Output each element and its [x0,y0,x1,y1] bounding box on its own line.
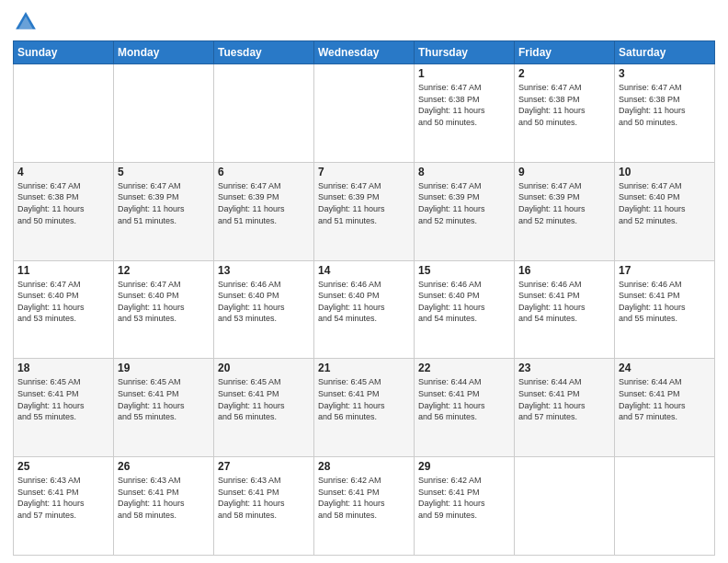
calendar-cell: 20Sunrise: 6:45 AM Sunset: 6:41 PM Dayli… [214,359,314,457]
header [13,9,715,35]
calendar-cell: 5Sunrise: 6:47 AM Sunset: 6:39 PM Daylig… [114,162,214,260]
day-number: 3 [619,67,711,80]
weekday-header-sunday: Sunday [14,41,114,64]
day-number: 6 [218,166,310,178]
day-info: Sunrise: 6:47 AM Sunset: 6:39 PM Dayligh… [118,180,210,226]
day-number: 19 [118,362,210,374]
day-number: 14 [318,264,410,277]
calendar-cell [114,64,214,163]
day-info: Sunrise: 6:47 AM Sunset: 6:40 PM Dayligh… [619,180,711,226]
calendar-cell: 7Sunrise: 6:47 AM Sunset: 6:39 PM Daylig… [314,162,415,260]
calendar-cell: 29Sunrise: 6:42 AM Sunset: 6:41 PM Dayli… [415,457,515,556]
calendar-cell: 10Sunrise: 6:47 AM Sunset: 6:40 PM Dayli… [615,162,715,260]
day-info: Sunrise: 6:47 AM Sunset: 6:40 PM Dayligh… [17,279,109,325]
day-info: Sunrise: 6:45 AM Sunset: 6:41 PM Dayligh… [318,376,410,422]
weekday-header-monday: Monday [114,41,214,64]
day-number: 12 [118,264,210,277]
calendar-cell: 12Sunrise: 6:47 AM Sunset: 6:40 PM Dayli… [114,260,214,359]
weekday-header-tuesday: Tuesday [214,41,314,64]
day-info: Sunrise: 6:47 AM Sunset: 6:39 PM Dayligh… [318,180,410,226]
day-number: 1 [418,67,510,80]
day-info: Sunrise: 6:44 AM Sunset: 6:41 PM Dayligh… [619,376,711,422]
calendar-cell: 4Sunrise: 6:47 AM Sunset: 6:38 PM Daylig… [14,162,114,260]
day-number: 17 [619,264,711,277]
day-number: 24 [619,362,711,374]
day-info: Sunrise: 6:43 AM Sunset: 6:41 PM Dayligh… [218,475,310,521]
day-number: 25 [17,460,109,473]
week-row-5: 25Sunrise: 6:43 AM Sunset: 6:41 PM Dayli… [14,457,715,556]
calendar-body: 1Sunrise: 6:47 AM Sunset: 6:38 PM Daylig… [14,64,715,556]
day-info: Sunrise: 6:47 AM Sunset: 6:40 PM Dayligh… [118,279,210,325]
calendar-cell: 21Sunrise: 6:45 AM Sunset: 6:41 PM Dayli… [314,359,415,457]
day-info: Sunrise: 6:47 AM Sunset: 6:39 PM Dayligh… [518,180,610,226]
day-info: Sunrise: 6:47 AM Sunset: 6:38 PM Dayligh… [17,180,109,226]
day-info: Sunrise: 6:47 AM Sunset: 6:38 PM Dayligh… [418,82,510,128]
day-number: 20 [218,362,310,374]
day-number: 27 [218,460,310,473]
calendar-cell: 25Sunrise: 6:43 AM Sunset: 6:41 PM Dayli… [14,457,114,556]
day-info: Sunrise: 6:44 AM Sunset: 6:41 PM Dayligh… [418,376,510,422]
day-number: 18 [17,362,109,374]
weekday-header-saturday: Saturday [615,41,715,64]
day-number: 9 [518,166,610,178]
logo-icon [13,9,39,35]
calendar-cell: 2Sunrise: 6:47 AM Sunset: 6:38 PM Daylig… [515,64,615,163]
day-number: 23 [518,362,610,374]
week-row-4: 18Sunrise: 6:45 AM Sunset: 6:41 PM Dayli… [14,359,715,457]
day-number: 29 [418,460,510,473]
calendar-cell: 13Sunrise: 6:46 AM Sunset: 6:40 PM Dayli… [214,260,314,359]
week-row-3: 11Sunrise: 6:47 AM Sunset: 6:40 PM Dayli… [14,260,715,359]
calendar-cell: 3Sunrise: 6:47 AM Sunset: 6:38 PM Daylig… [615,64,715,163]
calendar-cell [14,64,114,163]
calendar-cell [214,64,314,163]
day-info: Sunrise: 6:44 AM Sunset: 6:41 PM Dayligh… [518,376,610,422]
page: SundayMondayTuesdayWednesdayThursdayFrid… [0,0,728,563]
day-info: Sunrise: 6:47 AM Sunset: 6:38 PM Dayligh… [518,82,610,128]
day-info: Sunrise: 6:43 AM Sunset: 6:41 PM Dayligh… [17,475,109,521]
calendar-cell [615,457,715,556]
day-info: Sunrise: 6:46 AM Sunset: 6:40 PM Dayligh… [318,279,410,325]
day-number: 15 [418,264,510,277]
calendar-cell: 6Sunrise: 6:47 AM Sunset: 6:39 PM Daylig… [214,162,314,260]
day-number: 28 [318,460,410,473]
day-number: 8 [418,166,510,178]
week-row-1: 1Sunrise: 6:47 AM Sunset: 6:38 PM Daylig… [14,64,715,163]
calendar-cell: 17Sunrise: 6:46 AM Sunset: 6:41 PM Dayli… [615,260,715,359]
day-number: 13 [218,264,310,277]
day-info: Sunrise: 6:45 AM Sunset: 6:41 PM Dayligh… [17,376,109,422]
calendar-cell: 27Sunrise: 6:43 AM Sunset: 6:41 PM Dayli… [214,457,314,556]
day-info: Sunrise: 6:46 AM Sunset: 6:40 PM Dayligh… [218,279,310,325]
calendar-cell: 1Sunrise: 6:47 AM Sunset: 6:38 PM Daylig… [415,64,515,163]
calendar-cell: 16Sunrise: 6:46 AM Sunset: 6:41 PM Dayli… [515,260,615,359]
weekday-header-wednesday: Wednesday [314,41,415,64]
day-number: 2 [518,67,610,80]
calendar-header: SundayMondayTuesdayWednesdayThursdayFrid… [14,41,715,64]
day-info: Sunrise: 6:45 AM Sunset: 6:41 PM Dayligh… [118,376,210,422]
day-number: 16 [518,264,610,277]
calendar-table: SundayMondayTuesdayWednesdayThursdayFrid… [13,40,715,556]
calendar-cell: 18Sunrise: 6:45 AM Sunset: 6:41 PM Dayli… [14,359,114,457]
day-number: 26 [118,460,210,473]
day-number: 22 [418,362,510,374]
day-info: Sunrise: 6:47 AM Sunset: 6:38 PM Dayligh… [619,82,711,128]
weekday-row: SundayMondayTuesdayWednesdayThursdayFrid… [14,41,715,64]
day-number: 21 [318,362,410,374]
calendar-cell: 22Sunrise: 6:44 AM Sunset: 6:41 PM Dayli… [415,359,515,457]
day-info: Sunrise: 6:42 AM Sunset: 6:41 PM Dayligh… [318,475,410,521]
weekday-header-friday: Friday [515,41,615,64]
day-number: 5 [118,166,210,178]
day-info: Sunrise: 6:47 AM Sunset: 6:39 PM Dayligh… [218,180,310,226]
calendar-cell: 11Sunrise: 6:47 AM Sunset: 6:40 PM Dayli… [14,260,114,359]
week-row-2: 4Sunrise: 6:47 AM Sunset: 6:38 PM Daylig… [14,162,715,260]
calendar-cell: 28Sunrise: 6:42 AM Sunset: 6:41 PM Dayli… [314,457,415,556]
calendar-cell [314,64,415,163]
calendar-cell: 19Sunrise: 6:45 AM Sunset: 6:41 PM Dayli… [114,359,214,457]
calendar-cell [515,457,615,556]
day-info: Sunrise: 6:46 AM Sunset: 6:41 PM Dayligh… [518,279,610,325]
day-number: 7 [318,166,410,178]
weekday-header-thursday: Thursday [415,41,515,64]
day-info: Sunrise: 6:42 AM Sunset: 6:41 PM Dayligh… [418,475,510,521]
day-number: 11 [17,264,109,277]
day-info: Sunrise: 6:43 AM Sunset: 6:41 PM Dayligh… [118,475,210,521]
day-number: 10 [619,166,711,178]
